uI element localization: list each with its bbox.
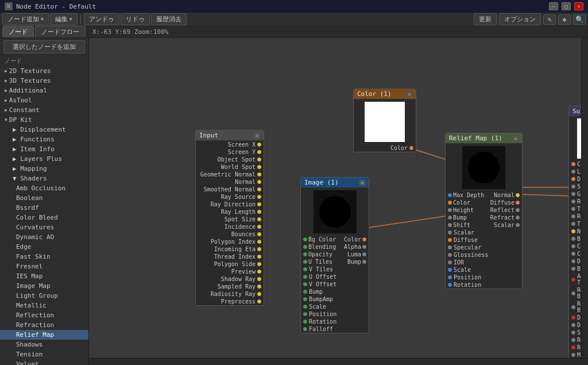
port-object-spot[interactable] <box>257 157 261 162</box>
relief-map-node[interactable]: Relief Map (1) ✕ Max Depth Normal <box>445 133 523 289</box>
relief-map-node-close[interactable]: ✕ <box>513 136 519 141</box>
port-bump-in[interactable] <box>303 290 307 294</box>
port-opacity-in[interactable] <box>303 252 307 256</box>
port-surf-material[interactable] <box>571 353 575 357</box>
sidebar-item-shaders[interactable]: ▼ Shaders <box>0 174 88 183</box>
sidebar-item-reflection[interactable]: Reflection <box>0 310 88 320</box>
port-surf-translucency[interactable] <box>571 222 575 226</box>
sidebar-item-additional[interactable]: ▶ Additional <box>0 86 88 95</box>
port-surf-luminosity[interactable] <box>571 170 575 174</box>
port-reflect-out[interactable] <box>516 208 520 212</box>
search-icon[interactable]: 🔍 <box>573 14 586 25</box>
port-surf-diffuse[interactable] <box>571 177 575 181</box>
port-blending-in[interactable] <box>303 245 307 249</box>
image-node-close[interactable]: ✕ <box>359 180 365 186</box>
port-surf-refl-blur[interactable] <box>571 291 575 295</box>
sidebar-item-fresnel[interactable]: Fresnel <box>0 262 88 271</box>
sidebar-item-edge[interactable]: Edge <box>0 242 88 252</box>
sidebar-item-color-bleed[interactable]: Color Bleed <box>0 213 88 222</box>
port-falloff-in[interactable] <box>303 327 307 331</box>
close-button[interactable]: ✕ <box>574 2 583 10</box>
port-luma-out[interactable] <box>362 252 366 256</box>
port-surf-diffuse-sharp[interactable] <box>571 259 575 263</box>
sidebar-item-mapping[interactable]: ▶ Mapping <box>0 164 88 174</box>
port-surf-displace[interactable] <box>571 316 575 320</box>
port-scale-in[interactable] <box>303 305 307 309</box>
sidebar-item-boolean[interactable]: Boolean <box>0 193 88 203</box>
port-surf-refl-shading[interactable] <box>571 338 575 342</box>
port-smoothed-normal[interactable] <box>257 187 261 191</box>
sidebar-item-iteminfo[interactable]: ▶ Item Info <box>0 144 88 154</box>
port-screen-x[interactable] <box>257 143 261 147</box>
port-incoming-eta[interactable] <box>257 247 261 251</box>
color-node-close[interactable]: ✕ <box>407 91 412 97</box>
port-uoffset-in[interactable] <box>303 275 307 279</box>
color-output-port[interactable] <box>409 146 413 150</box>
port-normal[interactable] <box>257 180 261 184</box>
vertical-scrollbar[interactable] <box>581 38 588 358</box>
port-radiosity-ray[interactable] <box>257 292 261 296</box>
sidebar-item-2dtextures[interactable]: ▶ 2D Textures <box>0 66 88 76</box>
sidebar-item-curvatures[interactable]: Curvatures <box>0 222 88 232</box>
port-color-out[interactable] <box>362 237 366 241</box>
port-poly-side[interactable] <box>257 262 261 266</box>
port-surf-transparency[interactable] <box>571 207 575 211</box>
color-node[interactable]: Color (1) ✕ Color <box>353 89 416 152</box>
port-surf-diffuse-shading[interactable] <box>571 323 575 327</box>
port-bump-out[interactable] <box>362 260 366 264</box>
port-surf-refraction-idx[interactable] <box>571 214 575 218</box>
port-rm-specular-in[interactable] <box>448 245 452 249</box>
sidebar-item-displacement[interactable]: ▶ Displacement <box>0 125 88 135</box>
port-preprocess[interactable] <box>257 299 261 303</box>
sidebar-item-bssrdf[interactable]: Bssrdf <box>0 203 88 213</box>
port-surf-refr-shading[interactable] <box>571 345 575 349</box>
sidebar-item-ies-map[interactable]: IES Map <box>0 271 88 281</box>
sidebar-item-refraction[interactable]: Refraction <box>0 320 88 330</box>
sidebar-item-dynamic-ao[interactable]: Dynamic AO <box>0 232 88 242</box>
menu-undo[interactable]: アンドゥ <box>84 13 119 25</box>
port-surf-refr-blur[interactable] <box>571 305 575 309</box>
sidebar-item-3dtextures[interactable]: ▶ 3D Textures <box>0 76 88 86</box>
port-vtiles-in[interactable] <box>303 267 307 271</box>
menu-node-add[interactable]: ノード追加 ▼ <box>2 13 49 25</box>
sidebar-item-metallic[interactable]: Metallic <box>0 301 88 310</box>
port-rm-rotation-in[interactable] <box>448 283 452 287</box>
menu-edit[interactable]: 編集 ▼ <box>50 13 78 25</box>
menu-redo[interactable]: リドゥ <box>121 13 150 25</box>
input-node[interactable]: Input ✕ Screen X Screen Y Object Spot Wo… <box>195 130 264 306</box>
port-rm-gloss-in[interactable] <box>448 253 452 257</box>
port-surf-bump[interactable] <box>571 237 575 241</box>
minimize-button[interactable]: — <box>549 2 558 10</box>
port-voffset-in[interactable] <box>303 282 307 286</box>
port-spot-size[interactable] <box>257 217 261 221</box>
port-height-in[interactable] <box>448 208 452 212</box>
sidebar-item-constant[interactable]: ▶ Constant <box>0 105 88 115</box>
sidebar-item-velvet[interactable]: Velvet <box>0 359 88 365</box>
sidebar-item-amb-occlusion[interactable]: Amb Occlusion <box>0 183 88 193</box>
sidebar-item-light-group[interactable]: Light Group <box>0 291 88 301</box>
move-icon[interactable]: ✥ <box>558 14 571 25</box>
pencil-icon[interactable]: ✎ <box>543 14 556 25</box>
port-poly-index[interactable] <box>257 240 261 244</box>
image-node[interactable]: Image (1) ✕ Bg Color Color <box>300 177 369 333</box>
port-surf-additive-trans[interactable] <box>571 278 575 282</box>
port-geo-normal[interactable] <box>257 172 261 176</box>
port-thread-idx[interactable] <box>257 255 261 259</box>
port-preview[interactable] <box>257 270 261 274</box>
port-rm-bump-in[interactable] <box>448 216 452 220</box>
port-refract-out[interactable] <box>516 216 520 220</box>
port-shift-in[interactable] <box>448 223 452 227</box>
port-surf-color[interactable] <box>571 162 575 166</box>
tab-nodeflow[interactable]: ノードフロー <box>35 26 86 37</box>
port-scalar-out[interactable] <box>516 223 520 227</box>
port-bounces[interactable] <box>257 232 261 236</box>
port-surf-color-hl[interactable] <box>571 244 575 248</box>
sidebar-item-astool[interactable]: ▶ AsTool <box>0 95 88 105</box>
port-sampled-ray[interactable] <box>257 285 261 289</box>
sidebar-item-relief-map[interactable]: Relief Map <box>0 330 88 340</box>
tab-node[interactable]: ノード <box>2 26 34 37</box>
port-rm-diffuse-in[interactable] <box>448 238 452 242</box>
port-screen-y[interactable] <box>257 150 261 154</box>
port-shadow-ray[interactable] <box>257 277 261 281</box>
port-incidence[interactable] <box>257 225 261 229</box>
